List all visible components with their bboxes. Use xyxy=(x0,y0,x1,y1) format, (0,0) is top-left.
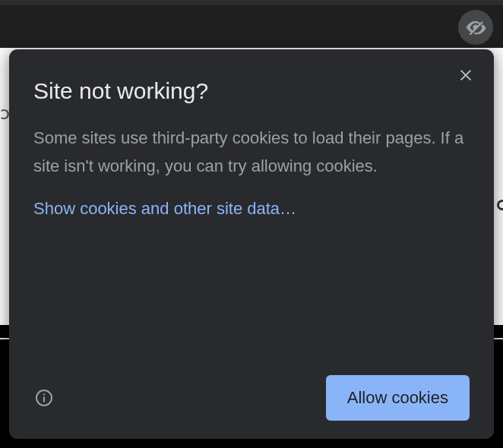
browser-toolbar xyxy=(0,6,503,48)
page-fragment xyxy=(497,200,503,210)
window-topbar xyxy=(0,0,503,6)
close-button[interactable] xyxy=(456,65,476,88)
popover-footer: Allow cookies xyxy=(33,375,470,421)
show-cookies-link[interactable]: Show cookies and other site data… xyxy=(33,199,470,219)
svg-rect-1 xyxy=(43,397,45,402)
cookie-blocking-icon-button[interactable] xyxy=(458,10,493,45)
svg-rect-2 xyxy=(43,394,45,396)
popover-title: Site not working? xyxy=(33,78,208,104)
popover-header: Site not working? xyxy=(33,71,470,104)
info-icon xyxy=(35,389,53,407)
cookie-popover: Site not working? Some sites use third-p… xyxy=(9,49,494,439)
allow-cookies-button[interactable]: Allow cookies xyxy=(326,375,470,421)
info-button[interactable] xyxy=(33,387,55,409)
close-icon xyxy=(457,67,474,84)
eye-off-icon xyxy=(465,17,486,38)
popover-description: Some sites use third-party cookies to lo… xyxy=(33,124,470,181)
